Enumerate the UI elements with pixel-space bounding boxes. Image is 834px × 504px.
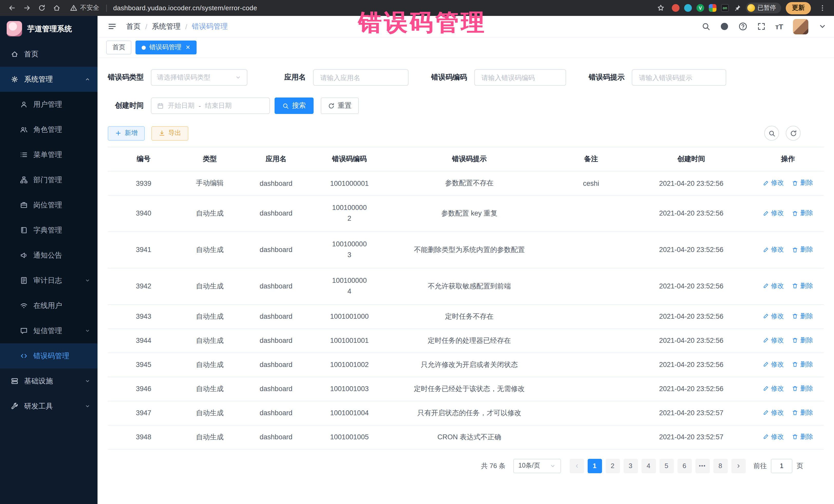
cell-id: 3939 (108, 171, 179, 195)
fullscreen-icon[interactable] (757, 22, 766, 31)
search-icon[interactable] (701, 22, 710, 31)
app-header: 首页 / 系统管理 / 错误码管理 тT (97, 16, 834, 38)
delete-button[interactable]: 删除 (792, 385, 813, 393)
page-ellipsis[interactable]: ••• (695, 459, 709, 473)
cell-ops: 修改删除 (752, 425, 824, 449)
extension-icon[interactable]: on (721, 4, 729, 12)
delete-button[interactable]: 删除 (792, 282, 813, 290)
update-button[interactable]: 更新 (786, 2, 811, 14)
cell-remark (552, 401, 631, 425)
sidebar-item-home[interactable]: 首页 (0, 42, 97, 67)
error-code-input[interactable] (480, 73, 560, 82)
delete-button[interactable]: 删除 (792, 209, 813, 218)
sidebar-item-audit-log[interactable]: 审计日志 (0, 268, 97, 293)
reset-button[interactable]: 重置 (321, 97, 359, 114)
delete-button[interactable]: 删除 (792, 360, 813, 369)
page-button-4[interactable]: 4 (641, 459, 656, 473)
github-icon[interactable] (720, 22, 728, 31)
edit-icon (763, 386, 769, 392)
edit-button[interactable]: 修改 (763, 282, 784, 290)
goto-page-input[interactable] (771, 459, 792, 473)
browser-home-button[interactable] (50, 1, 63, 15)
tab-close-icon[interactable]: ✕ (185, 44, 190, 51)
chevron-down-icon[interactable] (818, 22, 827, 31)
page-button-6[interactable]: 6 (677, 459, 692, 473)
sidebar-item-online-user[interactable]: 在线用户 (0, 293, 97, 318)
search-button[interactable]: 搜索 (275, 97, 313, 114)
sidebar-item-menu[interactable]: 菜单管理 (0, 142, 97, 167)
trash-icon (792, 247, 798, 253)
cell-remark (552, 425, 631, 449)
tab-home[interactable]: 首页 (106, 41, 131, 54)
page-button-8[interactable]: 8 (713, 459, 727, 473)
pin-icon[interactable] (733, 4, 741, 12)
table-row: 3944自动生成dashboard1001001001定时任务的处理器已经存在2… (108, 328, 824, 353)
delete-button[interactable]: 删除 (792, 336, 813, 345)
page-button-2[interactable]: 2 (605, 459, 620, 473)
page-button-1[interactable]: 1 (587, 459, 602, 473)
edit-button[interactable]: 修改 (763, 336, 784, 345)
browser-menu-icon[interactable] (815, 1, 829, 15)
breadcrumb-item[interactable]: 首页 (126, 22, 140, 31)
security-chip[interactable]: 不安全 (70, 4, 99, 12)
edit-button[interactable]: 修改 (763, 179, 784, 188)
export-button[interactable]: 导出 (151, 126, 188, 140)
breadcrumb-item[interactable]: 系统管理 (152, 22, 181, 31)
edit-button[interactable]: 修改 (763, 209, 784, 218)
sidebar-item-dev-tool[interactable]: 研发工具 (0, 394, 97, 419)
page-button-3[interactable]: 3 (623, 459, 638, 473)
sidebar-item-error-code[interactable]: 错误码管理 (0, 343, 97, 369)
refresh-table-button[interactable] (786, 126, 800, 140)
browser-back-button[interactable] (5, 1, 19, 15)
address-url[interactable]: dashboard.yudao.iocoder.cn/system/error-… (113, 4, 257, 12)
edit-button[interactable]: 修改 (763, 433, 784, 441)
edit-button[interactable]: 修改 (763, 385, 784, 393)
tab-error-code[interactable]: 错误码管理✕ (135, 41, 196, 54)
page-button-5[interactable]: 5 (659, 459, 674, 473)
extension-icon[interactable] (672, 4, 680, 12)
edit-button[interactable]: 修改 (763, 360, 784, 369)
sidebar-item-user[interactable]: 用户管理 (0, 92, 97, 117)
user-avatar[interactable] (793, 19, 808, 34)
edit-button[interactable]: 修改 (763, 409, 784, 417)
app-name-input[interactable] (319, 73, 402, 82)
next-page-button[interactable] (731, 459, 745, 473)
help-icon[interactable] (738, 22, 747, 31)
tab-label: 首页 (112, 43, 125, 52)
edit-button[interactable]: 修改 (763, 245, 784, 254)
profile-paused-badge[interactable]: 已暂停 (746, 3, 781, 13)
app-logo[interactable]: 芋道管理系统 (0, 16, 97, 42)
sidebar-item-notice[interactable]: 通知公告 (0, 243, 97, 268)
browser-forward-button[interactable] (20, 1, 34, 15)
delete-button[interactable]: 删除 (792, 409, 813, 417)
create-time-range[interactable]: 开始日期 - 结束日期 (151, 97, 270, 114)
page-size-select[interactable]: 10条/页 (513, 459, 561, 473)
extensions-puzzle-icon[interactable] (709, 4, 717, 12)
sidebar-item-role[interactable]: 角色管理 (0, 117, 97, 142)
font-size-icon[interactable]: тT (775, 22, 783, 30)
prev-page-button[interactable] (569, 459, 584, 473)
cell-ops: 修改删除 (752, 328, 824, 353)
show-search-button[interactable] (764, 126, 779, 140)
sidebar-item-infra[interactable]: 基础设施 (0, 369, 97, 394)
table-row: 3942自动生成dashboard100100000 4不允许获取敏感配置到前端… (108, 268, 824, 304)
error-hint-input[interactable] (638, 73, 720, 82)
browser-reload-button[interactable] (35, 1, 48, 15)
cell-type: 自动生成 (179, 232, 240, 268)
sidebar-item-dict[interactable]: 字典管理 (0, 218, 97, 243)
delete-button[interactable]: 删除 (792, 433, 813, 441)
sidebar-item-sms[interactable]: 短信管理 (0, 318, 97, 343)
delete-button[interactable]: 删除 (792, 179, 813, 188)
error-type-select[interactable]: 请选择错误码类型 (151, 69, 247, 86)
sidebar-collapse-icon[interactable] (105, 19, 119, 34)
add-button[interactable]: 新增 (108, 126, 145, 140)
sidebar-item-post[interactable]: 岗位管理 (0, 193, 97, 218)
sidebar-item-system[interactable]: 系统管理 (0, 67, 97, 92)
bookmark-star-icon[interactable] (654, 1, 667, 15)
delete-button[interactable]: 删除 (792, 245, 813, 254)
delete-button[interactable]: 删除 (792, 312, 813, 321)
sidebar-item-dept[interactable]: 部门管理 (0, 167, 97, 193)
extension-icon[interactable] (684, 4, 692, 12)
extension-icon[interactable]: V (697, 4, 704, 12)
edit-button[interactable]: 修改 (763, 312, 784, 321)
